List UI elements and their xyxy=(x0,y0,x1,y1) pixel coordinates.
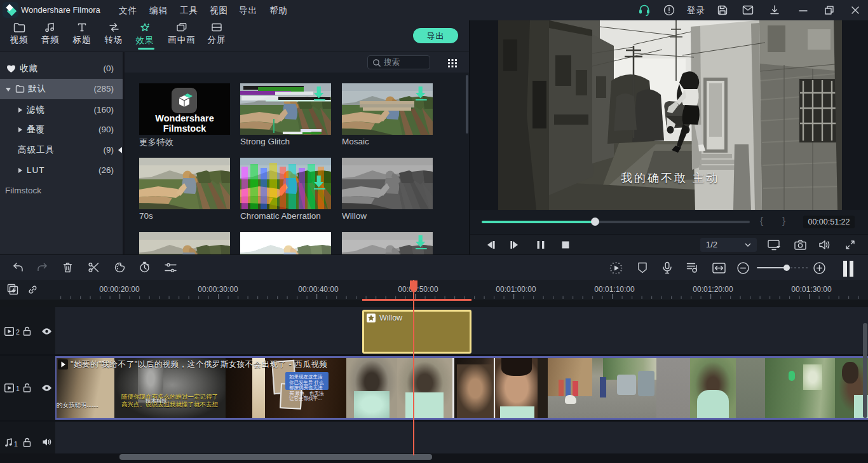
svg-text:1: 1 xyxy=(14,440,18,448)
svg-text:1: 1 xyxy=(16,385,20,392)
svg-text:2: 2 xyxy=(16,328,20,336)
